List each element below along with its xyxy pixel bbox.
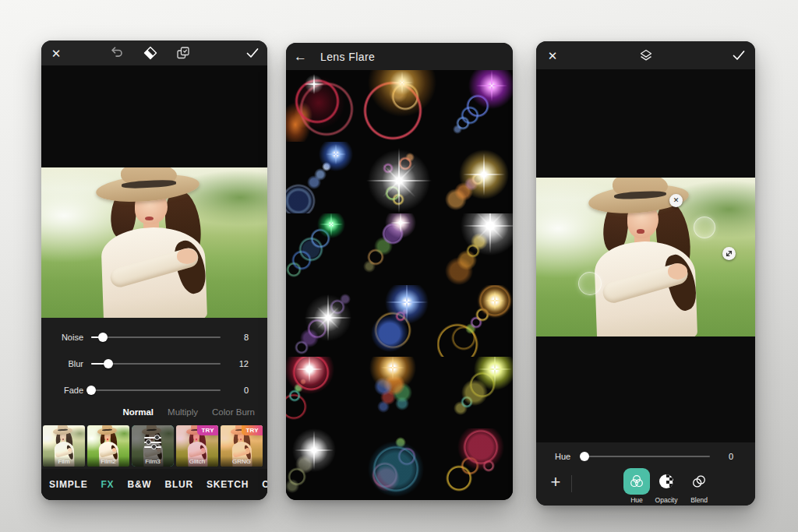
blend-mode-normal[interactable]: Normal — [122, 407, 154, 417]
hue-slider: Hue 0 — [555, 448, 733, 465]
blend-mode-color-burn[interactable]: Color Burn — [212, 407, 255, 417]
lips — [637, 229, 644, 233]
tab-colors[interactable]: COLORS — [262, 479, 267, 490]
flare-thumbnail[interactable] — [286, 142, 362, 213]
filter-thumb-film2[interactable]: Film2 — [87, 425, 129, 467]
lens-flare-toolbar: ← Lens Flare — [286, 43, 513, 70]
flare-thumbnail[interactable] — [286, 357, 362, 428]
clone-layer-icon[interactable] — [175, 44, 192, 62]
filter-thumb-film3-selected[interactable]: Film3 — [132, 425, 174, 467]
tool-label: Opacity — [651, 496, 682, 504]
blur-value: 12 — [228, 359, 249, 368]
filter-thumb-film[interactable]: Film — [43, 425, 85, 467]
page-title: Lens Flare — [320, 51, 375, 63]
divider — [571, 475, 572, 492]
photo-canvas — [41, 65, 267, 318]
confirm-icon[interactable] — [244, 44, 261, 62]
lens-flare-sticker-ring[interactable] — [694, 217, 715, 238]
tool-label: Blend — [683, 496, 715, 504]
tool-hue-button[interactable]: Hue — [621, 468, 652, 504]
fade-slider-track[interactable] — [91, 389, 221, 391]
undo-icon[interactable] — [108, 44, 125, 62]
eraser-icon[interactable] — [142, 44, 159, 62]
tool-blend-button[interactable]: Blend — [683, 468, 715, 504]
noise-label: Noise — [57, 333, 83, 342]
photo-canvas: ✕ — [536, 69, 755, 442]
confirm-icon[interactable] — [730, 47, 747, 64]
flare-thumbnail[interactable] — [362, 142, 437, 213]
layers-icon[interactable] — [637, 47, 655, 64]
flare-thumbnail[interactable] — [286, 70, 362, 142]
noise-slider-knob[interactable] — [98, 333, 108, 342]
try-badge: TRY — [242, 425, 263, 435]
close-icon[interactable]: ✕ — [48, 44, 65, 62]
phone-sticker-editor: ✕ ✕ — [536, 41, 755, 506]
hue-icon — [623, 468, 650, 495]
tab-simple[interactable]: SIMPLE — [49, 479, 87, 490]
filter-label: Film — [43, 456, 85, 467]
add-sticker-button[interactable]: + — [546, 472, 566, 492]
blur-slider-knob[interactable] — [104, 359, 113, 368]
flare-thumbnail[interactable] — [437, 428, 513, 500]
phone-lens-flare-picker: ← Lens Flare — [286, 43, 513, 500]
flare-thumbnail[interactable] — [437, 357, 513, 428]
blend-mode-multiply[interactable]: Multiply — [168, 407, 198, 417]
filter-label: Film2 — [87, 456, 129, 467]
flare-thumbnail[interactable] — [437, 70, 513, 142]
tab-sketch[interactable]: SKETCH — [207, 479, 249, 490]
filter-label: Film3 — [132, 456, 174, 467]
tab-blur[interactable]: BLUR — [164, 479, 193, 490]
flare-thumbnail[interactable] — [362, 357, 437, 428]
phone-fx-editor: ✕ — [41, 41, 267, 500]
fade-slider-knob[interactable] — [87, 386, 96, 395]
lips — [145, 217, 153, 220]
noise-slider-track[interactable] — [91, 336, 221, 338]
noise-slider: Noise 8 — [57, 329, 249, 345]
sticker-toolbar: ✕ — [536, 41, 755, 69]
flare-thumbnail[interactable] — [437, 285, 513, 357]
flare-thumbnail[interactable] — [286, 428, 362, 500]
lips — [240, 439, 242, 439]
filter-thumbnail-row: Film Film2 — [43, 425, 263, 467]
flare-thumbnail[interactable] — [437, 142, 513, 213]
blur-label: Blur — [57, 359, 83, 368]
hue-slider-knob[interactable] — [580, 452, 589, 461]
flare-thumbnail[interactable] — [362, 213, 437, 285]
hand — [668, 263, 687, 279]
sticker-settings-panel: Hue 0 + Hue — [536, 442, 755, 506]
filter-thumb-glitch[interactable]: TRY Glitch — [176, 425, 218, 467]
tool-opacity-button[interactable]: Opacity — [651, 468, 682, 504]
close-icon[interactable]: ✕ — [544, 47, 561, 64]
blur-slider: Blur 12 — [57, 356, 249, 372]
opacity-icon — [653, 468, 680, 495]
noise-value: 8 — [228, 333, 249, 342]
filter-label: Glitch — [176, 456, 218, 467]
lips — [62, 439, 64, 439]
tab-bw[interactable]: B&W — [127, 479, 151, 490]
blend-icon — [686, 468, 712, 495]
blur-slider-track[interactable] — [91, 363, 221, 365]
back-arrow-icon[interactable]: ← — [294, 49, 307, 65]
filter-category-tabs: SIMPLE FX B&W BLUR SKETCH COLORS — [41, 469, 267, 500]
flare-thumbnail[interactable] — [286, 285, 362, 357]
sticker-resize-handle[interactable] — [722, 247, 736, 260]
sticker-delete-handle[interactable]: ✕ — [669, 194, 683, 207]
flare-thumbnail[interactable] — [362, 285, 437, 357]
hand — [177, 248, 197, 263]
adjust-sliders-icon — [144, 434, 161, 449]
flare-thumbnail[interactable] — [362, 428, 437, 500]
flare-thumbnail[interactable] — [362, 70, 437, 142]
photo-preview — [536, 178, 755, 336]
tab-fx[interactable]: FX — [101, 479, 114, 490]
blend-mode-row: Normal Multiply Color Burn — [122, 407, 255, 417]
filter-thumb-grng[interactable]: TRY GRNG — [221, 425, 263, 467]
fade-label: Fade — [57, 386, 83, 395]
try-badge: TRY — [197, 425, 218, 435]
flare-grid — [286, 70, 513, 500]
flare-thumbnail[interactable] — [437, 213, 513, 285]
fade-slider: Fade 0 — [57, 382, 249, 398]
hue-slider-track[interactable] — [584, 456, 710, 457]
flare-thumbnail[interactable] — [286, 213, 362, 285]
lens-flare-sticker-ring[interactable] — [578, 272, 602, 295]
fx-toolbar: ✕ — [41, 41, 267, 65]
